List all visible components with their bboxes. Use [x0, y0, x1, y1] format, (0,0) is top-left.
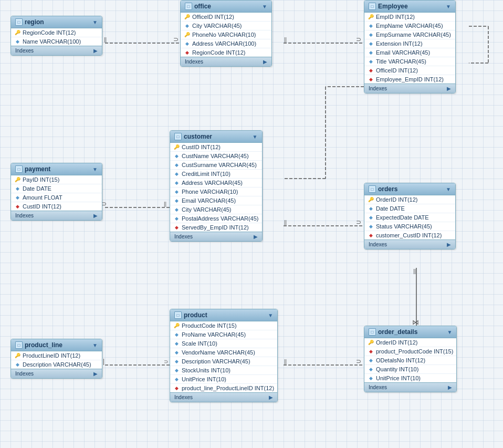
indexes-arrow[interactable]: ▶ — [93, 213, 98, 218]
red-diamond-icon: ◆ — [173, 385, 180, 391]
field-row: ◆ City VARCHAR(45) — [170, 205, 262, 214]
field-name: ExpectedDate DATE — [376, 214, 429, 221]
indexes-arrow[interactable]: ▶ — [269, 394, 273, 400]
key-icon: 🔑 — [14, 176, 20, 183]
indexes-label: Indexes — [369, 86, 387, 91]
red-diamond-icon: ◆ — [173, 224, 180, 231]
field-row: ◆ City VARCHAR(45) — [181, 22, 271, 30]
svg-text:⋈: ⋈ — [412, 318, 419, 326]
dropdown-icon[interactable]: ▼ — [92, 166, 98, 172]
field-name: RegionCode INT(12) — [192, 49, 246, 56]
field-name: OrderID INT(12) — [376, 196, 417, 203]
field-row: ◆ product_ProductCode INT(15) — [364, 347, 456, 356]
table-name: customer — [184, 133, 212, 140]
key-icon: 🔑 — [368, 339, 374, 346]
field-row: ◆ EmpName VARCHAR(45) — [364, 22, 455, 30]
indexes-arrow[interactable]: ▶ — [93, 48, 98, 54]
table-customer: □ customer ▼ 🔑 CustID INT(12) ◆ CustName… — [170, 130, 263, 242]
field-name: Status VARCHAR(45) — [376, 223, 432, 230]
indexes-arrow[interactable]: ▶ — [93, 371, 98, 377]
diamond-icon: ◆ — [173, 162, 180, 168]
field-row: 🔑 ProductCode INT(15) — [170, 321, 277, 330]
diamond-icon: ◆ — [368, 23, 374, 29]
table-icon: □ — [369, 3, 376, 10]
indexes-label: Indexes — [15, 371, 34, 377]
field-row: ◆ CustSurname VARCHAR(45) — [170, 161, 262, 170]
dropdown-icon[interactable]: ▼ — [446, 186, 451, 192]
field-row: ◆ ODetalsNo INT(12) — [364, 356, 456, 365]
field-name: PhoneNo VARCHAR(10) — [192, 32, 256, 38]
field-name: PayID INT(15) — [23, 176, 59, 183]
table-name: orders — [378, 185, 397, 193]
table-region: □ region ▼ 🔑 RegionCode INT(12) ◆ Name V… — [11, 16, 102, 56]
field-row: ◆ Description VARCHAR(45) — [11, 360, 102, 369]
diamond-icon: ◆ — [14, 194, 20, 201]
diamond-icon: ◆ — [14, 185, 20, 192]
table-icon: □ — [174, 133, 182, 140]
table-employee: □ Employee ▼ 🔑 EmpID INT(12) ◆ EmpName V… — [364, 0, 456, 93]
dropdown-icon[interactable]: ▼ — [446, 4, 451, 9]
diamond-icon: ◆ — [173, 171, 180, 177]
diamond-icon: ◆ — [368, 214, 374, 221]
field-row: ◆ Email VARCHAR(45) — [364, 48, 455, 57]
field-row: 🔑 PayID INT(15) — [11, 175, 102, 184]
indexes-arrow[interactable]: ▶ — [447, 242, 451, 247]
diamond-icon: ◆ — [184, 23, 190, 29]
indexes-arrow[interactable]: ▶ — [263, 59, 267, 65]
field-name: ProName VARCHAR(45) — [182, 331, 246, 338]
svg-text:⊃: ⊃ — [164, 359, 168, 364]
dropdown-icon[interactable]: ▼ — [262, 4, 267, 9]
field-name: PostalAddress VARCHAR(45) — [182, 215, 259, 222]
field-name: Date DATE — [23, 185, 51, 192]
field-name: ServedBy_EmpID INT(12) — [182, 224, 249, 231]
indexes-label: Indexes — [15, 213, 34, 218]
dropdown-icon[interactable]: ▼ — [92, 342, 98, 348]
field-row: ◆ Scale INT(10) — [170, 339, 277, 348]
field-name: UnitPrice INT(10) — [376, 375, 421, 381]
svg-text:⊃: ⊃ — [356, 218, 361, 226]
red-diamond-icon: ◆ — [184, 49, 190, 56]
key-icon: 🔑 — [14, 352, 20, 359]
indexes-label: Indexes — [369, 242, 387, 247]
dropdown-icon[interactable]: ▼ — [92, 19, 98, 25]
field-row: 🔑 EmpID INT(12) — [364, 13, 455, 22]
svg-text:⊃: ⊃ — [173, 36, 179, 43]
diamond-icon: ◆ — [14, 361, 20, 368]
table-icon: □ — [185, 3, 192, 10]
diamond-icon: ◆ — [173, 358, 180, 364]
field-row: 🔑 ProductLineID INT(12) — [11, 351, 102, 360]
diamond-icon: ◆ — [368, 375, 374, 381]
dropdown-icon[interactable]: ▼ — [447, 329, 452, 335]
red-diamond-icon: ◆ — [368, 67, 374, 74]
field-row: ◆ OfficeID INT(12) — [364, 66, 455, 75]
svg-text:||: || — [284, 220, 287, 225]
diamond-icon: ◆ — [368, 58, 374, 65]
key-icon: 🔑 — [173, 144, 180, 150]
table-name: payment — [25, 165, 50, 173]
field-name: Employee_EmpID INT(12) — [376, 76, 444, 82]
table-name: Employee — [378, 3, 408, 10]
indexes-arrow[interactable]: ▶ — [447, 86, 451, 91]
dropdown-icon[interactable]: ▼ — [268, 312, 273, 318]
indexes-label: Indexes — [15, 48, 34, 54]
dropdown-icon[interactable]: ▼ — [253, 134, 258, 140]
field-name: customer_CustID INT(12) — [376, 232, 442, 238]
key-icon: 🔑 — [184, 32, 190, 38]
field-row: ◆ UnitPrice INT(10) — [170, 375, 277, 384]
field-row: ◆ Employee_EmpID INT(12) — [364, 75, 455, 84]
table-icon: □ — [15, 165, 23, 173]
diamond-icon: ◆ — [173, 215, 180, 222]
indexes-arrow[interactable]: ▶ — [254, 234, 258, 239]
field-name: CustSurname VARCHAR(45) — [182, 162, 257, 168]
indexes-arrow[interactable]: ▶ — [448, 384, 452, 390]
diamond-icon: ◆ — [368, 40, 374, 47]
field-row: ◆ EmpSurname VARCHAR(45) — [364, 30, 455, 39]
field-name: OfficeID INT(12) — [376, 67, 418, 74]
field-name: Amount FLOAT — [23, 194, 62, 201]
diamond-icon: ◆ — [368, 223, 374, 230]
table-orders: □ orders ▼ 🔑 OrderID INT(12) ◆ Date DATE… — [364, 183, 456, 249]
field-name: Extension INT(12) — [376, 40, 423, 47]
field-row: ◆ product_line_ProductLineID INT(12) — [170, 384, 277, 392]
table-name: product_line — [25, 341, 62, 349]
field-name: ODetalsNo INT(12) — [376, 357, 425, 363]
